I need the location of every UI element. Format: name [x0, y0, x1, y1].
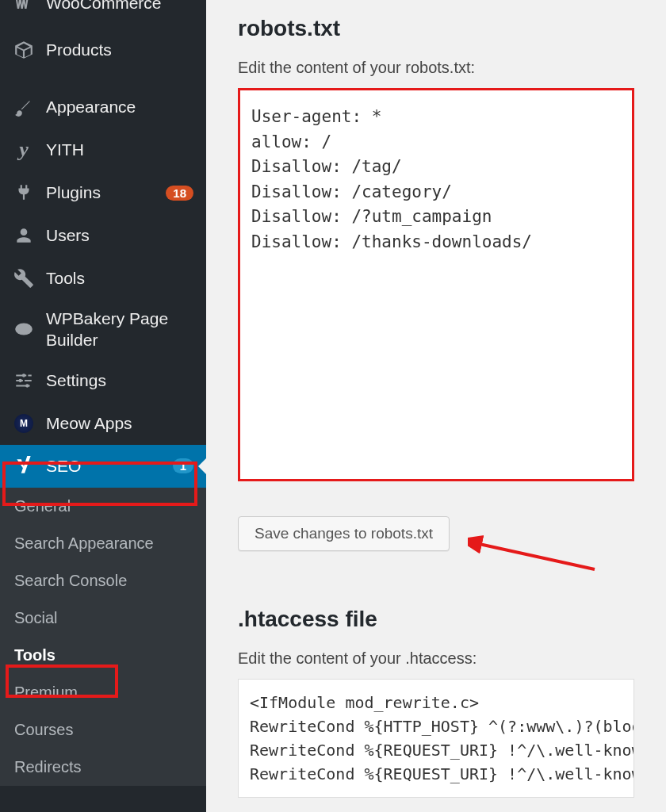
yoast-icon	[13, 455, 35, 477]
htaccess-textarea[interactable]: <IfModule mod_rewrite.c> RewriteCond %{H…	[238, 679, 634, 798]
sidebar-item-label: WPBakery Page Builder	[46, 308, 193, 351]
robots-textarea[interactable]	[240, 90, 632, 476]
sidebar-item-label: WooCommerce	[46, 0, 193, 13]
wrench-icon	[13, 267, 35, 289]
sidebar-item-meow[interactable]: M Meow Apps	[0, 402, 206, 445]
wpbakery-icon	[13, 318, 35, 340]
htaccess-description: Edit the content of your .htaccess:	[238, 649, 634, 668]
submenu-search-appearance[interactable]: Search Appearance	[0, 525, 206, 562]
submenu-general[interactable]: General	[0, 488, 206, 525]
svg-point-0	[15, 324, 33, 335]
robots-textarea-wrapper	[238, 88, 634, 481]
sidebar-item-label: Tools	[46, 269, 193, 288]
sidebar-item-label: SEO	[46, 457, 159, 476]
user-icon	[13, 224, 35, 247]
submenu-courses[interactable]: Courses	[0, 711, 206, 749]
admin-sidebar: WooCommerce Products Appearance y YITH P…	[0, 0, 206, 812]
htaccess-heading: .htaccess file	[238, 607, 634, 632]
sidebar-item-label: Meow Apps	[46, 414, 193, 433]
svg-point-2	[19, 378, 22, 381]
plug-icon	[13, 182, 35, 204]
brush-icon	[13, 96, 35, 118]
sidebar-item-users[interactable]: Users	[0, 214, 206, 257]
sidebar-item-label: Plugins	[46, 183, 151, 202]
sidebar-item-seo[interactable]: SEO 1	[0, 445, 206, 488]
submenu-search-console[interactable]: Search Console	[0, 562, 206, 599]
robots-heading: robots.txt	[238, 16, 634, 41]
plugins-badge: 18	[166, 186, 193, 201]
svg-point-1	[22, 373, 25, 377]
sliders-icon	[13, 370, 35, 392]
sidebar-item-label: Appearance	[46, 98, 193, 117]
sidebar-item-appearance[interactable]: Appearance	[0, 86, 206, 128]
robots-description: Edit the content of your robots.txt:	[238, 59, 634, 77]
seo-submenu: General Search Appearance Search Console…	[0, 488, 206, 786]
sidebar-item-label: Settings	[46, 371, 193, 390]
main-content: robots.txt Edit the content of your robo…	[206, 0, 666, 812]
sidebar-item-wpbakery[interactable]: WPBakery Page Builder	[0, 300, 206, 359]
box-icon	[13, 39, 35, 61]
save-robots-button[interactable]: Save changes to robots.txt	[238, 516, 450, 551]
seo-badge: 1	[173, 458, 193, 473]
sidebar-item-products[interactable]: Products	[0, 29, 206, 71]
sidebar-item-woocommerce[interactable]: WooCommerce	[0, 0, 206, 29]
sidebar-item-plugins[interactable]: Plugins 18	[0, 171, 206, 214]
svg-point-3	[25, 384, 29, 387]
sidebar-item-tools[interactable]: Tools	[0, 257, 206, 300]
submenu-tools[interactable]: Tools	[0, 637, 206, 674]
sidebar-item-label: Users	[46, 226, 193, 245]
submenu-premium[interactable]: Premium	[0, 674, 206, 711]
submenu-redirects[interactable]: Redirects	[0, 749, 206, 786]
yith-icon: y	[13, 139, 35, 161]
woocommerce-icon	[13, 0, 35, 14]
sidebar-item-label: Products	[46, 40, 193, 59]
meow-icon: M	[13, 412, 35, 435]
sidebar-item-settings[interactable]: Settings	[0, 359, 206, 402]
sidebar-item-label: YITH	[46, 140, 193, 159]
sidebar-item-yith[interactable]: y YITH	[0, 128, 206, 171]
submenu-social[interactable]: Social	[0, 599, 206, 637]
